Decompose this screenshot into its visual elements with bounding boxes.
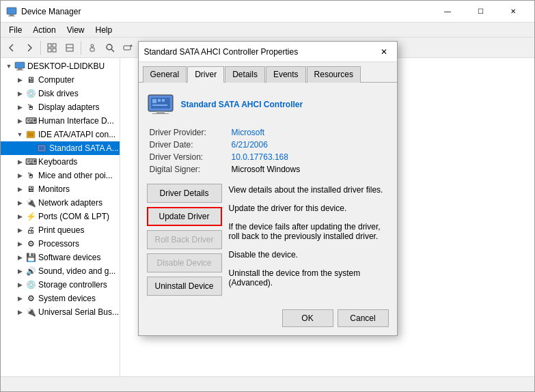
- svg-rect-27: [152, 104, 167, 106]
- uninstall-device-button[interactable]: Uninstall Device: [147, 277, 222, 296]
- date-value: 6/21/2006: [229, 139, 389, 151]
- roll-back-desc-text: If the device fails after updating the d…: [229, 222, 381, 241]
- driver-details-button[interactable]: Driver Details: [147, 184, 222, 203]
- table-row: Driver Date: 6/21/2006: [147, 139, 389, 151]
- dialog-footer: OK Cancel: [139, 304, 397, 335]
- driver-descriptions: View details about the installed driver …: [229, 184, 389, 296]
- date-label: Driver Date:: [147, 139, 229, 151]
- version-label: Driver Version:: [147, 151, 229, 163]
- signer-value: Microsoft Windows: [229, 163, 389, 176]
- ok-button[interactable]: OK: [282, 309, 333, 327]
- roll-back-desc: If the device fails after updating the d…: [229, 222, 389, 241]
- dialog-title-bar: Standard SATA AHCI Controller Properties…: [139, 42, 397, 62]
- disable-device-button[interactable]: Disable Device: [147, 253, 222, 272]
- disable-device-desc: Disable the device.: [229, 250, 389, 260]
- tab-resources[interactable]: Resources: [307, 66, 361, 83]
- signer-label: Digital Signer:: [147, 163, 229, 176]
- table-row: Driver Provider: Microsoft: [147, 126, 389, 139]
- tab-bar: General Driver Details Events Resources: [139, 62, 397, 83]
- driver-section: Driver Details Update Driver Roll Back D…: [147, 184, 389, 296]
- tab-details[interactable]: Details: [225, 66, 265, 83]
- table-row: Digital Signer: Microsoft Windows: [147, 163, 389, 176]
- version-value: 10.0.17763.168: [229, 151, 389, 163]
- cancel-button[interactable]: Cancel: [338, 309, 389, 327]
- uninstall-device-desc-text: Uninstall the device from the system (Ad…: [229, 268, 361, 288]
- properties-dialog: Standard SATA AHCI Controller Properties…: [138, 41, 398, 336]
- tab-events[interactable]: Events: [266, 66, 306, 83]
- svg-rect-25: [158, 99, 161, 102]
- device-header: Standard SATA AHCI Controller: [147, 91, 389, 118]
- device-name: Standard SATA AHCI Controller: [181, 100, 303, 109]
- update-driver-desc: Update the driver for this device.: [229, 204, 389, 213]
- disable-device-desc-text: Disable the device.: [229, 250, 298, 260]
- dialog-content: Standard SATA AHCI Controller Driver Pro…: [139, 83, 397, 304]
- update-driver-button[interactable]: Update Driver: [147, 207, 222, 226]
- tab-driver[interactable]: Driver: [187, 66, 224, 83]
- modal-overlay: Standard SATA AHCI Controller Properties…: [0, 0, 535, 392]
- driver-buttons: Driver Details Update Driver Roll Back D…: [147, 184, 222, 296]
- svg-rect-24: [152, 99, 156, 103]
- dialog-close-button[interactable]: ✕: [376, 44, 392, 59]
- provider-value: Microsoft: [229, 126, 389, 139]
- driver-info-table: Driver Provider: Microsoft Driver Date: …: [147, 126, 389, 176]
- driver-details-desc: View details about the installed driver …: [229, 185, 389, 195]
- device-icon-large: [147, 91, 174, 118]
- table-row: Driver Version: 10.0.17763.168: [147, 151, 389, 163]
- driver-details-desc-text: View details about the installed driver …: [229, 185, 383, 195]
- dialog-title: Standard SATA AHCI Controller Properties: [144, 47, 376, 57]
- svg-rect-29: [152, 113, 169, 114]
- roll-back-driver-button[interactable]: Roll Back Driver: [147, 230, 222, 249]
- tab-general[interactable]: General: [143, 66, 187, 83]
- provider-label: Driver Provider:: [147, 126, 229, 139]
- uninstall-device-desc: Uninstall the device from the system (Ad…: [229, 268, 389, 288]
- update-driver-desc-text: Update the driver for this device.: [229, 204, 347, 213]
- svg-rect-26: [162, 99, 165, 102]
